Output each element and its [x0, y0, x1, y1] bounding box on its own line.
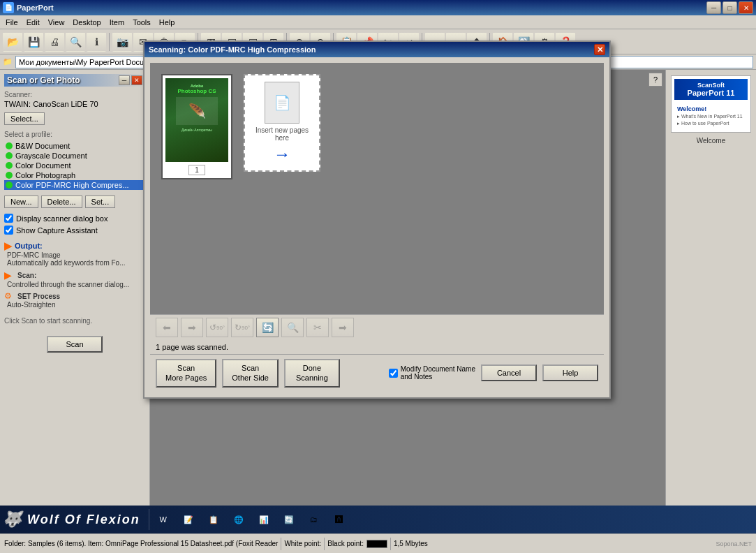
taskbar-edit-icon[interactable]: 📝 — [177, 508, 200, 531]
settings-profile-button[interactable]: Set... — [85, 196, 116, 208]
scanned-page[interactable]: Adobe Photoshop CS 🪶 Дизайн Алгоритмы 1 — [161, 74, 232, 179]
profile-grayscale-label: Grayscale Document — [15, 152, 87, 160]
open-button[interactable]: 📂 — [3, 32, 22, 52]
scan-more-button[interactable]: Scan More Pages — [156, 359, 216, 388]
status-bar: Folder: Samples (6 items). Item: OmniPag… — [0, 533, 756, 553]
help-button[interactable]: Help — [542, 364, 598, 381]
panel-header-buttons[interactable]: ─ ✕ — [119, 75, 142, 85]
insert-pages-placeholder[interactable]: 📄 Insert new pages here → — [244, 74, 320, 172]
output-section: ▶ Output: PDF-MRC Image Automatically ad… — [4, 240, 145, 309]
taskbar-chart-icon[interactable]: 📊 — [253, 508, 275, 531]
scan-button[interactable]: Scan — [47, 336, 103, 353]
menu-edit[interactable]: Edit — [22, 17, 44, 28]
next-page-button[interactable]: ➡ — [181, 318, 203, 337]
profile-pdf-mrc-label: Color PDF-MRC High Compres... — [15, 181, 129, 189]
taskbar-brand: 🐺 Wolf Of Flexion — [3, 510, 140, 529]
welcome-label: Welcome — [697, 137, 726, 145]
scanner-dialog-checkbox[interactable] — [4, 214, 13, 223]
profile-bw-label: B&W Document — [15, 142, 70, 150]
modify-check-wrap[interactable]: Modify Document Name and Notes — [389, 365, 475, 381]
refresh-scan-button[interactable]: 🔄 — [256, 318, 279, 337]
title-bar-buttons[interactable]: ─ □ ✕ — [706, 1, 753, 14]
menu-tools[interactable]: Tools — [128, 17, 155, 28]
welcome-body: Welcome! ▸ What's New in PaperPort 11 ▸ … — [674, 103, 748, 129]
profile-color-photo[interactable]: Color Photograph — [4, 170, 145, 180]
capture-checkbox[interactable] — [4, 226, 13, 235]
profile-buttons: New... Delete... Set... — [4, 196, 145, 208]
cancel-button[interactable]: Cancel — [481, 364, 537, 381]
set-process-line: Auto-Straighten — [7, 301, 145, 309]
taskbar-copy-icon[interactable]: 📋 — [202, 508, 225, 531]
content-help-button[interactable]: ? — [648, 73, 662, 87]
profile-color-photo-label: Color Photograph — [15, 171, 75, 179]
profile-color-photo-dot — [6, 172, 13, 179]
menu-item[interactable]: Item — [105, 17, 128, 28]
status-sep-3 — [390, 538, 391, 550]
taskbar-word-icon[interactable]: W — [152, 508, 175, 531]
scan-arrow-icon: ▶ — [4, 270, 12, 281]
prev-page-button[interactable]: ⬅ — [156, 318, 178, 337]
right-panel: ScanSoft PaperPort 11 Welcome! ▸ What's … — [665, 70, 756, 506]
save-button[interactable]: 💾 — [24, 32, 43, 52]
status-sep-2 — [324, 538, 325, 550]
checkbox-capture[interactable]: Show Capture Assistant — [4, 226, 145, 235]
new-profile-button[interactable]: New... — [4, 196, 38, 208]
taskbar-brand-text: Wolf Of Flexion — [27, 513, 140, 527]
checkbox-scanner-dialog[interactable]: Display scanner dialog box — [4, 214, 145, 223]
taskbar-web-icon[interactable]: 🌐 — [228, 508, 250, 531]
delete-scan-button[interactable]: ✂ — [306, 318, 329, 337]
search-button[interactable]: 🔍 — [66, 32, 85, 52]
info-button[interactable]: ℹ — [87, 32, 106, 52]
profile-bw[interactable]: B&W Document — [4, 141, 145, 151]
minimize-button[interactable]: ─ — [706, 1, 721, 14]
welcome-title-text: Welcome! — [677, 105, 745, 112]
delete-profile-button[interactable]: Delete... — [41, 196, 82, 208]
profile-bw-dot — [6, 142, 13, 149]
scan-button[interactable]: 📷 — [112, 32, 132, 52]
dialog-toolbar: ⬅ ➡ ↺90° ↻90° 🔄 🔍 ✂ ➡ — [150, 314, 604, 340]
output-header: ▶ Output: — [4, 240, 145, 251]
send-scan-button[interactable]: ➡ — [332, 318, 354, 337]
dialog-footer: Scan More Pages Scan Other Side Done Sca… — [150, 354, 604, 392]
maximize-button[interactable]: □ — [722, 1, 737, 14]
print-button[interactable]: 🖨 — [45, 32, 64, 52]
taskbar-sync-icon[interactable]: 🔄 — [278, 508, 300, 531]
taskbar-separator — [149, 509, 149, 530]
taskbar-folder-icon[interactable]: 🗂 — [303, 508, 325, 531]
profile-label: Select a profile: — [4, 131, 145, 138]
zoom-scan-button[interactable]: 🔍 — [281, 318, 304, 337]
set-process-header: ⚙ SET Process — [4, 291, 145, 301]
dialog-close-button[interactable]: ✕ — [594, 44, 605, 55]
app-title: PaperPort — [17, 3, 54, 12]
black-point-label: Black point: — [327, 540, 364, 547]
panel-header: Scan or Get Photo ─ ✕ — [4, 74, 145, 87]
click-hint: Click Scan to start scanning. — [4, 317, 145, 325]
scan-other-button[interactable]: Scan Other Side — [222, 359, 279, 388]
panel-close-button[interactable]: ✕ — [131, 75, 142, 85]
output-line-1: PDF-MRC Image — [7, 251, 145, 259]
menu-help[interactable]: Help — [155, 17, 179, 28]
dialog-title-bar: Scanning: Color PDF-MRC High Compression… — [144, 42, 609, 57]
scan-line: Controlled through the scanner dialog... — [7, 281, 145, 288]
profile-pdf-mrc[interactable]: Color PDF-MRC High Compres... — [4, 180, 145, 190]
done-scanning-button[interactable]: Done Scanning — [284, 359, 340, 388]
menu-desktop[interactable]: Desktop — [68, 17, 105, 28]
folder-status-text: Folder: Samples (6 items). Item: OmniPag… — [4, 540, 278, 547]
white-point-label: White point: — [284, 540, 321, 547]
modify-doc-checkbox[interactable] — [389, 369, 398, 378]
menu-view[interactable]: View — [44, 17, 69, 28]
panel-minimize-button[interactable]: ─ — [119, 75, 130, 85]
black-point-indicator — [366, 540, 387, 548]
insert-icon: 📄 — [265, 82, 299, 124]
scan-button-wrap: Scan — [4, 336, 145, 353]
taskbar-font-icon[interactable]: 🅰 — [328, 508, 350, 531]
rotate-cw-button[interactable]: ↻90° — [231, 318, 253, 337]
menu-file[interactable]: File — [1, 17, 22, 28]
profile-color-doc[interactable]: Color Document — [4, 161, 145, 170]
close-button[interactable]: ✕ — [739, 1, 753, 14]
rotate-ccw-button[interactable]: ↺90° — [206, 318, 228, 337]
welcome-body-text: ▸ What's New in PaperPort 11 — [677, 114, 745, 119]
select-scanner-button[interactable]: Select... — [4, 112, 45, 125]
profile-grayscale[interactable]: Grayscale Document — [4, 151, 145, 161]
profile-color-doc-label: Color Document — [15, 161, 71, 170]
